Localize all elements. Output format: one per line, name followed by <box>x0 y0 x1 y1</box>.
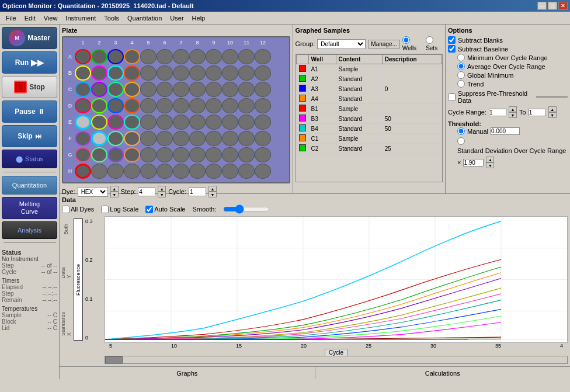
well-h7[interactable] <box>173 164 189 179</box>
menu-file[interactable]: File <box>2 13 20 23</box>
well-h6[interactable] <box>157 164 173 179</box>
well-f6[interactable] <box>157 131 173 146</box>
well-g11[interactable] <box>238 147 255 162</box>
std-dev-down[interactable]: ▼ <box>486 162 494 168</box>
stop-button[interactable]: Stop <box>2 76 57 98</box>
well-g8[interactable] <box>189 147 206 162</box>
well-e7[interactable] <box>173 115 189 130</box>
std-dev-up[interactable]: ▲ <box>486 157 494 162</box>
well-c4[interactable] <box>124 82 140 97</box>
auto-scale-label[interactable]: Auto Scale <box>145 206 185 213</box>
well-a9[interactable] <box>206 49 222 64</box>
well-f4[interactable] <box>124 131 140 146</box>
well-d5[interactable] <box>140 98 157 113</box>
h-scrollbar-thumb[interactable] <box>105 356 123 363</box>
well-g2[interactable] <box>91 147 107 162</box>
well-b3[interactable] <box>107 65 124 81</box>
well-c7[interactable] <box>173 82 189 97</box>
well-f11[interactable] <box>238 131 255 146</box>
cycle-from-up[interactable]: ▲ <box>509 106 517 112</box>
calculations-tab[interactable]: Calculations <box>315 367 571 379</box>
well-c6[interactable] <box>157 82 173 97</box>
well-a5[interactable] <box>140 49 157 64</box>
chart-svg-container[interactable] <box>105 216 568 343</box>
min-cycle-radio[interactable] <box>457 54 465 61</box>
well-g12[interactable] <box>255 147 271 162</box>
well-a10[interactable] <box>222 49 238 64</box>
well-e11[interactable] <box>238 115 255 130</box>
well-b11[interactable] <box>238 65 255 81</box>
sets-radio[interactable] <box>426 36 433 44</box>
well-e4[interactable] <box>124 115 140 130</box>
well-h8[interactable] <box>189 164 206 179</box>
well-b7[interactable] <box>173 65 189 81</box>
well-b12[interactable] <box>255 65 271 81</box>
well-f5[interactable] <box>140 131 157 146</box>
step-up[interactable]: ▲ <box>158 186 166 192</box>
suppress-checkbox[interactable] <box>448 93 456 101</box>
dye-up[interactable]: ▲ <box>110 186 119 192</box>
subtract-blanks-checkbox[interactable] <box>448 36 456 44</box>
cycle-from-input[interactable] <box>489 109 506 116</box>
well-h10[interactable] <box>222 164 238 179</box>
well-b5[interactable] <box>140 65 157 81</box>
well-h11[interactable] <box>238 164 255 179</box>
menu-quantitation[interactable]: Quantitation <box>124 13 165 23</box>
well-f9[interactable] <box>206 131 222 146</box>
well-f12[interactable] <box>255 131 271 146</box>
well-b10[interactable] <box>222 65 238 81</box>
close-button[interactable]: ✕ <box>558 2 568 10</box>
std-dev-radio[interactable] <box>457 137 465 145</box>
sample-table-container[interactable]: Well Content Description A1 Sample A2 St… <box>296 54 443 182</box>
well-c2[interactable] <box>91 82 107 97</box>
well-d4[interactable] <box>124 98 140 113</box>
cycle-to-input[interactable] <box>529 109 546 116</box>
well-g7[interactable] <box>173 147 189 162</box>
well-d6[interactable] <box>157 98 173 113</box>
graphs-tab[interactable]: Graphs <box>60 367 315 379</box>
well-e5[interactable] <box>140 115 157 130</box>
suppress-slider[interactable] <box>536 96 568 98</box>
smooth-slider[interactable] <box>223 204 270 214</box>
manage-button[interactable]: Manage... <box>368 40 399 48</box>
well-g1[interactable] <box>75 147 91 162</box>
pause-button[interactable]: Pause ⏸ <box>2 100 57 123</box>
well-f1[interactable] <box>75 131 91 146</box>
well-b2[interactable] <box>91 65 107 81</box>
well-e1[interactable] <box>75 115 91 130</box>
well-e3[interactable] <box>107 115 124 130</box>
wells-radio-label[interactable]: Wells <box>402 36 421 51</box>
maximize-button[interactable]: □ <box>548 2 557 10</box>
menu-edit[interactable]: Edit <box>21 13 39 23</box>
manual-value-input[interactable] <box>491 127 520 135</box>
well-a7[interactable] <box>173 49 189 64</box>
well-a3[interactable] <box>107 49 124 64</box>
well-a1[interactable] <box>75 49 91 64</box>
well-h1[interactable] <box>75 164 91 179</box>
cycle-to-up[interactable]: ▲ <box>548 106 557 112</box>
well-e6[interactable] <box>157 115 173 130</box>
melting-curve-button[interactable]: MeltingCurve <box>2 197 57 219</box>
well-f2[interactable] <box>91 131 107 146</box>
well-e9[interactable] <box>206 115 222 130</box>
well-c1[interactable] <box>75 82 91 97</box>
global-min-radio[interactable] <box>457 71 465 79</box>
well-a4[interactable] <box>124 49 140 64</box>
well-h12[interactable] <box>255 164 271 179</box>
well-c3[interactable] <box>107 82 124 97</box>
menu-user[interactable]: User <box>166 13 187 23</box>
well-e12[interactable] <box>255 115 271 130</box>
well-a11[interactable] <box>238 49 255 64</box>
well-e8[interactable] <box>189 115 206 130</box>
well-b9[interactable] <box>206 65 222 81</box>
avg-cycle-radio[interactable] <box>457 63 465 70</box>
h-scrollbar[interactable] <box>105 356 568 364</box>
well-b1[interactable] <box>75 65 91 81</box>
trend-radio[interactable] <box>457 80 465 88</box>
well-h3[interactable] <box>107 164 124 179</box>
well-c10[interactable] <box>222 82 238 97</box>
well-d12[interactable] <box>255 98 271 113</box>
well-c9[interactable] <box>206 82 222 97</box>
subtract-baseline-checkbox[interactable] <box>448 45 456 53</box>
well-b6[interactable] <box>157 65 173 81</box>
